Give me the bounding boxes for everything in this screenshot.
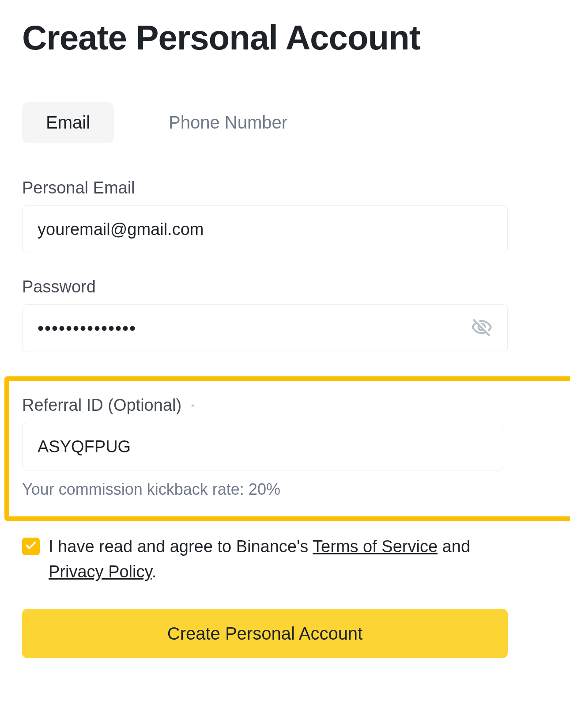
referral-label-row[interactable]: Referral ID (Optional)	[22, 396, 198, 415]
referral-label: Referral ID (Optional)	[22, 396, 181, 415]
email-label: Personal Email	[22, 178, 135, 197]
privacy-link[interactable]: Privacy Policy	[49, 562, 152, 581]
tab-phone[interactable]: Phone Number	[145, 102, 311, 143]
referral-input[interactable]	[22, 423, 503, 470]
caret-up-icon	[188, 400, 198, 411]
toggle-password-visibility[interactable]	[467, 313, 496, 344]
password-input[interactable]	[22, 304, 508, 352]
referral-helper: Your commission kickback rate: 20%	[22, 480, 503, 499]
eye-off-icon	[471, 334, 493, 340]
check-icon	[25, 539, 37, 554]
agree-middle: and	[438, 537, 470, 556]
agree-suffix: .	[152, 562, 157, 581]
email-input[interactable]	[22, 205, 508, 253]
password-label: Password	[22, 277, 96, 296]
agree-prefix: I have read and agree to Binance's	[49, 537, 313, 556]
agree-checkbox[interactable]	[22, 538, 40, 555]
agree-row: I have read and agree to Binance's Terms…	[22, 534, 508, 584]
page-title: Create Personal Account	[22, 18, 548, 58]
signup-tabs: Email Phone Number	[22, 102, 508, 143]
password-field-group: Password	[22, 277, 508, 352]
tab-email[interactable]: Email	[22, 102, 114, 143]
agree-text: I have read and agree to Binance's Terms…	[49, 534, 508, 584]
create-account-button[interactable]: Create Personal Account	[22, 609, 508, 658]
terms-link[interactable]: Terms of Service	[313, 537, 438, 556]
referral-highlight: Referral ID (Optional) Your commission k…	[4, 376, 570, 521]
email-field-group: Personal Email	[22, 178, 508, 253]
